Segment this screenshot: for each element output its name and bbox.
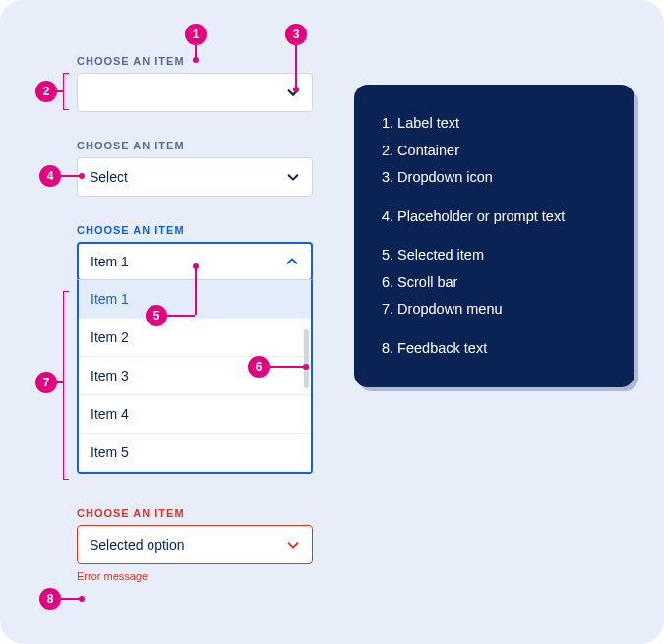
annotation-dot xyxy=(79,596,85,602)
annotation-bubble-8: 8 xyxy=(39,588,61,610)
legend-item: 6. Scroll bar xyxy=(382,269,607,297)
menu-item[interactable]: Item 4 xyxy=(79,395,311,434)
legend-item: 2. Container xyxy=(382,138,607,165)
dropdown-error: CHOOSE AN ITEM Selected option Error mes… xyxy=(77,507,313,582)
dropdown-label: CHOOSE AN ITEM xyxy=(77,507,313,519)
annotation-connector xyxy=(195,267,197,315)
scroll-bar[interactable] xyxy=(304,329,309,388)
legend-item: 7. Dropdown menu xyxy=(382,296,607,323)
annotation-bubble-4: 4 xyxy=(39,165,61,187)
legend-panel: 1. Label text 2. Container 3. Dropdown i… xyxy=(354,85,634,387)
annotation-dot xyxy=(303,364,309,370)
dropdown-empty: CHOOSE AN ITEM xyxy=(77,55,313,112)
menu-item[interactable]: Item 3 xyxy=(79,357,311,395)
annotation-connector xyxy=(270,366,305,368)
annotation-dot xyxy=(293,87,299,92)
select-value: Select xyxy=(90,169,128,185)
annotation-dot xyxy=(79,173,85,179)
annotation-connector xyxy=(295,45,297,88)
annotation-bubble-6: 6 xyxy=(248,356,270,378)
annotation-connector xyxy=(61,598,81,600)
annotation-bubble-2: 2 xyxy=(35,81,57,102)
legend-item: 3. Dropdown icon xyxy=(382,164,607,192)
annotation-connector xyxy=(167,315,195,317)
annotation-bubble-7: 7 xyxy=(35,372,57,393)
menu-item[interactable]: Item 2 xyxy=(79,319,311,357)
annotation-connector xyxy=(61,175,81,177)
annotation-connector xyxy=(56,381,63,383)
menu-item[interactable]: Item 5 xyxy=(79,434,311,472)
select-container[interactable] xyxy=(77,73,313,112)
legend-item: 4. Placeholder or prompt text xyxy=(382,204,607,231)
annotation-bracket xyxy=(63,291,69,480)
dropdown-label: CHOOSE AN ITEM xyxy=(77,224,313,236)
select-value: Item 1 xyxy=(91,254,129,269)
select-container[interactable]: Select xyxy=(77,157,313,197)
annotation-dot xyxy=(193,57,199,63)
select-container[interactable]: Selected option xyxy=(77,525,313,564)
chevron-up-icon xyxy=(285,255,299,268)
feedback-text: Error message xyxy=(77,570,313,582)
dropdown-label: CHOOSE AN ITEM xyxy=(77,140,313,151)
annotation-bracket xyxy=(63,73,69,110)
annotation-bubble-1: 1 xyxy=(185,24,207,45)
legend-item: 5. Selected item xyxy=(382,242,607,269)
annotation-bubble-3: 3 xyxy=(285,24,307,45)
annotation-connector xyxy=(56,90,63,92)
annotation-dot xyxy=(193,263,199,269)
dropdown-placeholder: CHOOSE AN ITEM Select xyxy=(77,140,313,197)
dropdown-open: CHOOSE AN ITEM Item 1 Item 1 Item 2 Item… xyxy=(77,224,313,474)
legend-item: 8. Feedback text xyxy=(382,335,607,363)
dropdown-examples-column: CHOOSE AN ITEM CHOOSE AN ITEM Select CHO… xyxy=(77,55,313,610)
annotation-bubble-5: 5 xyxy=(146,305,167,326)
chevron-down-icon xyxy=(286,170,300,184)
chevron-down-icon xyxy=(286,538,300,552)
select-value: Selected option xyxy=(90,537,185,553)
diagram-canvas: CHOOSE AN ITEM CHOOSE AN ITEM Select CHO… xyxy=(0,0,664,644)
legend-item: 1. Label text xyxy=(382,110,607,138)
